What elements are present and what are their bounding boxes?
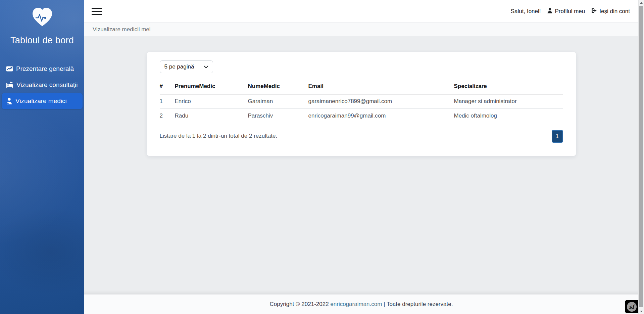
logo bbox=[0, 0, 84, 29]
per-page-selected-value: 5 pe pagină bbox=[164, 63, 194, 70]
col-header-prenume: PrenumeMedic bbox=[175, 83, 248, 94]
chevron-down-icon bbox=[204, 63, 208, 70]
sidebar-item-vizualizare-consultatii[interactable]: Vizualizare consultații bbox=[0, 77, 84, 93]
user-icon bbox=[547, 8, 553, 15]
chart-line-icon bbox=[6, 65, 13, 72]
col-header-specializare: Specializare bbox=[454, 83, 563, 94]
cell-nume: Garaiman bbox=[248, 94, 308, 109]
table-row: 1 Enrico Garaiman garaimanenrico7899@gma… bbox=[160, 94, 563, 109]
copyright-text-prefix: Copyright © 2021-2022 bbox=[270, 301, 331, 308]
table-footer: Listare de la 1 la 2 dintr-un total de 2… bbox=[160, 130, 563, 143]
table-row: 2 Radu Paraschiv enricogaraiman99@gmail.… bbox=[160, 109, 563, 123]
breadcrumb-label: Vizualizare medicii mei bbox=[93, 26, 151, 33]
table-header-row: # PrenumeMedic NumeMedic Email Specializ… bbox=[160, 83, 563, 94]
scrollbar-down-arrow[interactable] bbox=[639, 308, 644, 314]
cell-index: 2 bbox=[160, 109, 175, 123]
content-area: 5 pe pagină # PrenumeMedic bbox=[84, 36, 638, 294]
pagination-page-1-button[interactable]: 1 bbox=[552, 130, 563, 143]
topbar-right: Salut, Ionel! Profilul meu bbox=[511, 8, 630, 15]
per-page-select[interactable]: 5 pe pagină bbox=[160, 60, 213, 73]
vertical-scrollbar bbox=[638, 0, 644, 314]
topbar: Salut, Ionel! Profilul meu bbox=[84, 0, 638, 23]
dashboard-title: Tabloul de bord bbox=[0, 35, 84, 47]
col-header-email: Email bbox=[308, 83, 454, 94]
col-header-nume: NumeMedic bbox=[248, 83, 308, 94]
scrollbar-up-arrow[interactable] bbox=[639, 0, 644, 6]
main-column: Salut, Ionel! Profilul meu bbox=[84, 0, 638, 314]
greeting-text: Salut, Ionel! bbox=[511, 8, 541, 15]
copyright-text-suffix: | Toate drepturile rezervate. bbox=[382, 301, 453, 308]
cell-prenume: Enrico bbox=[175, 94, 248, 109]
sidebar-item-label: Prezentare generală bbox=[16, 65, 74, 73]
breadcrumb: Vizualizare medicii mei bbox=[84, 23, 638, 36]
cell-email: garaimanenrico7899@gmail.com bbox=[308, 94, 454, 109]
cell-index: 1 bbox=[160, 94, 175, 109]
footer-site-link[interactable]: enricogaraiman.com bbox=[330, 301, 382, 308]
footer: Copyright © 2021-2022 enricogaraiman.com… bbox=[84, 294, 638, 314]
cell-nume: Paraschiv bbox=[248, 109, 308, 123]
sidebar-item-label: Vizualizare medici bbox=[15, 97, 67, 105]
profile-link[interactable]: Profilul meu bbox=[547, 8, 585, 15]
sidebar-item-prezentare-generala[interactable]: Prezentare generală bbox=[0, 61, 84, 77]
sidebar: Tabloul de bord Prezentare generală bbox=[0, 0, 84, 314]
app-window: Tabloul de bord Prezentare generală bbox=[0, 0, 644, 314]
cell-specializare: Manager si administrator bbox=[454, 94, 563, 109]
scrollbar-thumb[interactable] bbox=[639, 6, 643, 307]
sidebar-nav: Prezentare generală Vizualizare consulta… bbox=[0, 61, 84, 109]
logout-link-label: Ieși din cont bbox=[599, 8, 630, 15]
menu-toggle-button[interactable] bbox=[92, 6, 102, 17]
symfony-profiler-button[interactable]: sf bbox=[625, 300, 638, 313]
cell-email: enricogaraiman99@gmail.com bbox=[308, 109, 454, 123]
results-summary: Listare de la 1 la 2 dintr-un total de 2… bbox=[160, 130, 278, 139]
user-doctor-icon bbox=[6, 98, 12, 104]
sidebar-item-label: Vizualizare consultații bbox=[16, 81, 78, 89]
medics-card: 5 pe pagină # PrenumeMedic bbox=[147, 52, 576, 156]
sign-out-icon bbox=[591, 8, 597, 15]
procedures-bed-icon bbox=[6, 82, 13, 88]
cell-prenume: Radu bbox=[175, 109, 248, 123]
profile-link-label: Profilul meu bbox=[555, 8, 585, 15]
heart-pulse-logo-icon bbox=[32, 23, 53, 29]
sidebar-item-vizualizare-medici[interactable]: Vizualizare medici bbox=[2, 93, 83, 109]
cell-specializare: Medic oftalmolog bbox=[454, 109, 563, 123]
col-header-index: # bbox=[160, 83, 175, 94]
symfony-logo-icon: sf bbox=[627, 302, 637, 312]
medics-table: # PrenumeMedic NumeMedic Email Specializ… bbox=[160, 83, 563, 123]
logout-link[interactable]: Ieși din cont bbox=[591, 8, 630, 15]
